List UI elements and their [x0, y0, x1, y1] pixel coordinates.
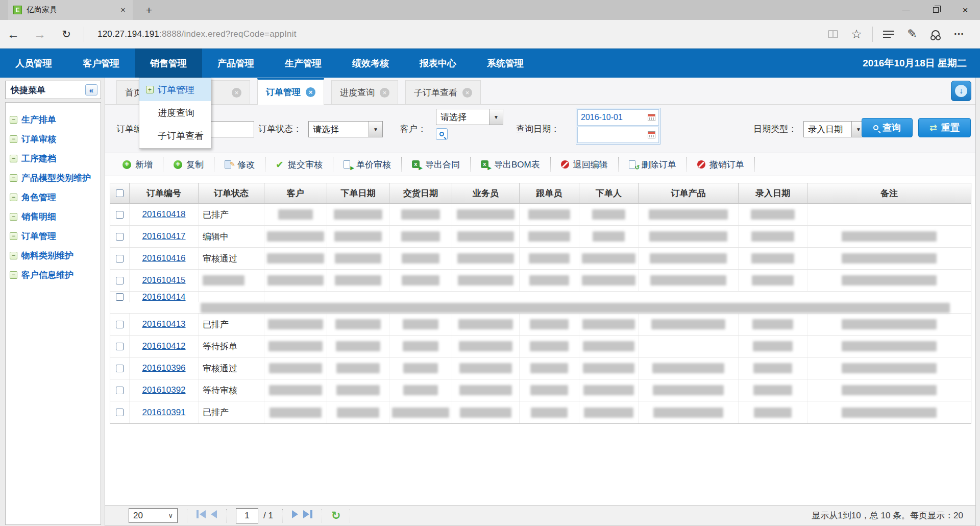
toolbar-button-复制[interactable]: +复制 [163, 157, 214, 172]
order-no-link[interactable]: 201610416 [142, 253, 185, 264]
page-size-select[interactable]: 20 ∨ [129, 508, 178, 523]
tab-子订单查看[interactable]: 子订单查看× [405, 80, 481, 104]
minimize-button[interactable]: — [891, 0, 921, 20]
top-nav-item-生产管理[interactable]: 生产管理 [270, 49, 337, 78]
toolbar-button-删除订单[interactable]: ↺删除订单 [619, 157, 687, 172]
next-page-button[interactable] [292, 510, 298, 521]
order-no-link[interactable]: 201610412 [142, 341, 185, 351]
row-checkbox[interactable] [116, 211, 124, 219]
sidebar-item-产品模型类别维护[interactable]: −产品模型类别维护 [10, 168, 101, 187]
scroll-tabs-button[interactable]: ↓ [951, 81, 971, 101]
sidebar-item-生产排单[interactable]: −生产排单 [10, 110, 101, 129]
search-button[interactable]: 查询 [862, 118, 913, 137]
refresh-list-icon[interactable]: ↻ [331, 509, 340, 522]
prev-page-button[interactable] [211, 510, 217, 521]
chevron-down-icon[interactable]: ▼ [489, 109, 503, 125]
close-button[interactable]: × [950, 0, 980, 20]
order-no-link[interactable]: 201610413 [142, 319, 185, 329]
order-status-cell: 审核通过 [199, 357, 264, 379]
top-nav-item-报表中心[interactable]: 报表中心 [404, 49, 472, 78]
redacted-data [582, 275, 635, 285]
toolbar-button-导出BOM表[interactable]: x▶导出BOM表 [471, 157, 551, 172]
row-checkbox[interactable] [116, 387, 124, 394]
column-header-订单编号: 订单编号 [130, 183, 199, 203]
row-checkbox[interactable] [116, 293, 124, 301]
top-nav-item-客户管理[interactable]: 客户管理 [67, 49, 135, 78]
row-checkbox[interactable] [116, 365, 124, 372]
top-nav-item-产品管理[interactable]: 产品管理 [202, 49, 270, 78]
more-actions-icon[interactable]: ··· [947, 28, 971, 40]
toolbar-button-修改[interactable]: ✎修改 [214, 157, 265, 172]
row-checkbox[interactable] [116, 277, 124, 284]
top-nav-item-系统管理[interactable]: 系统管理 [472, 49, 539, 78]
redacted-data [529, 275, 570, 285]
order-status-select[interactable]: 请选择 ▼ [308, 121, 383, 137]
row-checkbox[interactable] [116, 321, 124, 328]
toolbar-button-提交审核[interactable]: ✔提交审核 [265, 157, 333, 172]
sidebar-item-订单审核[interactable]: −订单审核 [10, 129, 101, 149]
refresh-button[interactable]: ↻ [53, 28, 80, 40]
order-no-link[interactable]: 201610415 [142, 275, 185, 285]
tab-close-icon[interactable]: × [462, 88, 472, 98]
top-nav-item-销售管理[interactable]: 销售管理 [135, 49, 202, 78]
tab-close-icon[interactable]: × [380, 88, 389, 98]
tab-close-icon[interactable]: × [306, 87, 315, 97]
order-no-link[interactable]: 201610418 [142, 209, 185, 220]
web-note-icon[interactable]: ✎ [900, 27, 924, 41]
toolbar-button-退回编辑[interactable]: 退回编辑 [551, 157, 619, 172]
reset-button[interactable]: ⇄ 重置 [918, 118, 971, 137]
row-checkbox[interactable] [116, 409, 124, 416]
chevron-down-icon[interactable]: ▼ [369, 122, 382, 137]
first-page-button[interactable] [197, 510, 206, 521]
customer-select[interactable]: 请选择 ▼ [436, 109, 503, 125]
toolbar-button-单价审核[interactable]: ▶单价审核 [333, 157, 402, 172]
divider [282, 509, 283, 522]
sidebar-collapse-button[interactable]: « [85, 84, 97, 95]
new-tab-button[interactable]: + [139, 0, 159, 20]
address-bar[interactable]: 120.27.194.191:8888/index.ered?reqCode=a… [97, 29, 297, 39]
hub-icon[interactable] [877, 31, 900, 38]
sidebar-item-工序建档[interactable]: −工序建档 [10, 149, 101, 168]
order-no-link[interactable]: 201610391 [142, 408, 185, 418]
favorites-star-icon[interactable]: ☆ [845, 27, 868, 41]
sidebar-item-销售明细[interactable]: −销售明细 [10, 207, 101, 226]
date-to-input[interactable] [577, 127, 659, 143]
row-checkbox[interactable] [116, 233, 124, 241]
restore-button[interactable] [921, 0, 950, 20]
tab-订单管理[interactable]: 订单管理× [257, 78, 324, 105]
select-all-checkbox[interactable] [116, 189, 124, 197]
order-no-link[interactable]: 201610396 [142, 363, 185, 373]
last-page-button[interactable] [303, 510, 312, 521]
sidebar-item-订单管理[interactable]: −订单管理 [10, 226, 101, 246]
back-button[interactable]: ← [0, 27, 27, 41]
order-no-link[interactable]: 201610392 [142, 385, 185, 395]
date-from-input[interactable]: 2016-10-01 [577, 109, 659, 126]
sidebar-item-角色管理[interactable]: −角色管理 [10, 187, 101, 207]
menu-item-订单管理[interactable]: +订单管理 [139, 78, 211, 101]
share-icon[interactable] [924, 30, 947, 38]
sidebar-item-客户信息维护[interactable]: −客户信息维护 [10, 265, 101, 284]
menu-item-子订单查看[interactable]: 子订单查看 [139, 124, 211, 147]
sidebar-item-物料类别维护[interactable]: −物料类别维护 [10, 246, 101, 265]
customer-search-button[interactable] [436, 128, 448, 140]
calendar-icon[interactable] [648, 114, 655, 121]
date-type-select[interactable]: 录入日期 ▼ [803, 121, 866, 137]
order-no-link[interactable]: 201610417 [142, 231, 185, 242]
top-nav-item-人员管理[interactable]: 人员管理 [0, 49, 67, 78]
order-no-link[interactable]: 201610414 [142, 292, 185, 302]
toolbar-button-新增[interactable]: +新增 [112, 157, 163, 172]
redacted-data [270, 408, 322, 418]
toolbar-button-导出合同[interactable]: x▶导出合同 [402, 157, 471, 172]
menu-item-进度查询[interactable]: 进度查询 [139, 101, 211, 124]
row-checkbox[interactable] [116, 343, 124, 350]
tab-close-icon[interactable]: × [118, 5, 128, 15]
page-number-input[interactable]: 1 [236, 508, 258, 523]
browser-tab[interactable]: E 亿尚家具 × [8, 0, 133, 20]
row-checkbox[interactable] [116, 255, 124, 262]
toolbar-button-撤销订单[interactable]: 撤销订单 [687, 157, 755, 172]
tab-close-icon[interactable]: × [232, 88, 241, 98]
top-nav-item-绩效考核[interactable]: 绩效考核 [337, 49, 404, 78]
tab-进度查询[interactable]: 进度查询× [331, 80, 398, 104]
calendar-icon[interactable] [648, 131, 655, 138]
tree-node-icon: − [10, 155, 17, 162]
